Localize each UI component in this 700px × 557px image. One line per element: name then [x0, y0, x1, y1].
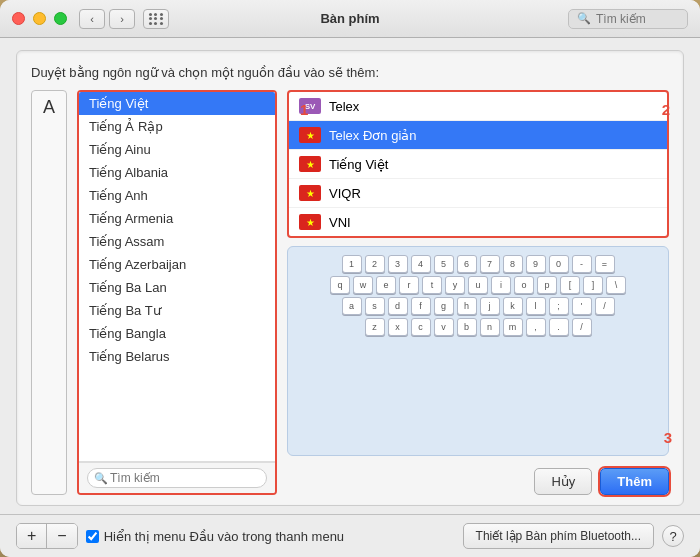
help-button[interactable]: ?	[662, 525, 684, 547]
kb-key-q[interactable]: q	[330, 276, 350, 294]
add-remove-btns: + −	[16, 523, 78, 549]
language-list-scroll[interactable]: Tiếng Việt Tiếng Ả Rập Tiếng Ainu Tiếng …	[79, 92, 275, 462]
kb-key-b[interactable]: b	[457, 318, 477, 336]
language-list-panel: Tiếng Việt Tiếng Ả Rập Tiếng Ainu Tiếng …	[77, 90, 277, 495]
add-button[interactable]: Thêm	[600, 468, 669, 495]
kb-key-l[interactable]: l	[526, 297, 546, 315]
instruction-text: Duyệt bằng ngôn ngữ và chọn một nguồn đầ…	[31, 65, 669, 80]
lang-search-wrapper: 🔍	[87, 468, 267, 488]
kb-key-slash[interactable]: /	[572, 318, 592, 336]
show-menu-checkbox[interactable]	[86, 530, 99, 543]
kb-key-s[interactable]: s	[365, 297, 385, 315]
kb-key-g[interactable]: g	[434, 297, 454, 315]
remove-source-button[interactable]: −	[47, 524, 76, 548]
main-window: ‹ › Bàn phím 🔍 1 2 3 Duyệt bằng ngôn ngữ…	[0, 0, 700, 557]
kb-key-x[interactable]: x	[388, 318, 408, 336]
annotation-3: 3	[664, 429, 672, 446]
tieng-viet-label: Tiếng Việt	[329, 157, 388, 172]
kb-key-j[interactable]: j	[480, 297, 500, 315]
kb-key-8[interactable]: 8	[503, 255, 523, 273]
kb-key-w[interactable]: w	[353, 276, 373, 294]
kb-key-minus[interactable]: -	[572, 255, 592, 273]
kb-key-f[interactable]: f	[411, 297, 431, 315]
kb-key-v[interactable]: v	[434, 318, 454, 336]
kb-key-9[interactable]: 9	[526, 255, 546, 273]
kb-key-comma[interactable]: ,	[526, 318, 546, 336]
kb-key-3[interactable]: 3	[388, 255, 408, 273]
maximize-button[interactable]	[54, 12, 67, 25]
kb-key-e[interactable]: e	[376, 276, 396, 294]
kb-key-5[interactable]: 5	[434, 255, 454, 273]
kb-key-6[interactable]: 6	[457, 255, 477, 273]
language-item-bengali[interactable]: Tiếng Bangla	[79, 322, 275, 345]
kb-key-r[interactable]: r	[399, 276, 419, 294]
kb-key-7[interactable]: 7	[480, 255, 500, 273]
input-item-telex[interactable]: SV Telex	[289, 92, 667, 121]
language-item-armenian[interactable]: Tiếng Armenia	[79, 207, 275, 230]
close-button[interactable]	[12, 12, 25, 25]
search-input[interactable]	[596, 12, 686, 26]
kb-key-c[interactable]: c	[411, 318, 431, 336]
kb-key-backslash[interactable]: \	[606, 276, 626, 294]
show-menu-label: Hiển thị menu Đầu vào trong thanh menu	[104, 529, 344, 544]
kb-key-lbracket[interactable]: [	[560, 276, 580, 294]
back-button[interactable]: ‹	[79, 9, 105, 29]
input-item-tieng-viet[interactable]: ★ Tiếng Việt	[289, 150, 667, 179]
kb-key-t[interactable]: t	[422, 276, 442, 294]
kb-key-a[interactable]: a	[342, 297, 362, 315]
add-source-button[interactable]: +	[17, 524, 47, 548]
kb-key-d[interactable]: d	[388, 297, 408, 315]
kb-key-u[interactable]: u	[468, 276, 488, 294]
language-item-arabic[interactable]: Tiếng Ả Rập	[79, 115, 275, 138]
annotation-2: 2	[662, 101, 670, 118]
input-item-telex-don-gian[interactable]: ★ Telex Đơn giản	[289, 121, 667, 150]
kb-key-period[interactable]: .	[549, 318, 569, 336]
lang-search-icon: 🔍	[94, 472, 108, 485]
bottom-buttons: Hủy Thêm	[287, 468, 669, 495]
show-menu-checkbox-label[interactable]: Hiển thị menu Đầu vào trong thanh menu	[86, 529, 344, 544]
input-item-vni[interactable]: ★ VNI	[289, 208, 667, 236]
kb-key-rbracket[interactable]: ]	[583, 276, 603, 294]
kb-key-o[interactable]: o	[514, 276, 534, 294]
input-sources-panel: SV Telex ★ Telex Đơn giản ★ Tiếng Việt	[287, 90, 669, 495]
kb-key-n[interactable]: n	[480, 318, 500, 336]
minimize-button[interactable]	[33, 12, 46, 25]
kb-key-4[interactable]: 4	[411, 255, 431, 273]
language-item-viet[interactable]: Tiếng Việt	[79, 92, 275, 115]
bluetooth-button[interactable]: Thiết lập Bàn phím Bluetooth...	[463, 523, 654, 549]
input-list: SV Telex ★ Telex Đơn giản ★ Tiếng Việt	[287, 90, 669, 238]
kb-key-slash2[interactable]: /	[595, 297, 615, 315]
language-item-assam[interactable]: Tiếng Assam	[79, 230, 275, 253]
grid-button[interactable]	[143, 9, 169, 29]
kb-key-k[interactable]: k	[503, 297, 523, 315]
input-item-viqr[interactable]: ★ VIQR	[289, 179, 667, 208]
vni-flag: ★	[299, 214, 321, 230]
kb-key-semicolon[interactable]: ;	[549, 297, 569, 315]
kb-row-numbers: 1 2 3 4 5 6 7 8 9 0 - =	[296, 255, 660, 273]
tieng-viet-flag: ★	[299, 156, 321, 172]
language-item-azerbaijani[interactable]: Tiếng Azerbaijan	[79, 253, 275, 276]
kb-key-y[interactable]: y	[445, 276, 465, 294]
kb-key-z[interactable]: z	[365, 318, 385, 336]
language-item-albanian[interactable]: Tiếng Albania	[79, 161, 275, 184]
language-item-persian[interactable]: Tiếng Ba Tư	[79, 299, 275, 322]
kb-key-p[interactable]: p	[537, 276, 557, 294]
cancel-button[interactable]: Hủy	[534, 468, 592, 495]
forward-button[interactable]: ›	[109, 9, 135, 29]
footer-right: Thiết lập Bàn phím Bluetooth... ?	[463, 523, 684, 549]
kb-key-m[interactable]: m	[503, 318, 523, 336]
language-item-english[interactable]: Tiếng Anh	[79, 184, 275, 207]
language-item-ainu[interactable]: Tiếng Ainu	[79, 138, 275, 161]
nav-buttons: ‹ ›	[79, 9, 135, 29]
kb-key-i[interactable]: i	[491, 276, 511, 294]
kb-key-h[interactable]: h	[457, 297, 477, 315]
language-item-belarusian[interactable]: Tiếng Belarus	[79, 345, 275, 368]
language-item-polish[interactable]: Tiếng Ba Lan	[79, 276, 275, 299]
search-box[interactable]: 🔍	[568, 9, 688, 29]
kb-key-quote[interactable]: '	[572, 297, 592, 315]
kb-key-0[interactable]: 0	[549, 255, 569, 273]
kb-key-2[interactable]: 2	[365, 255, 385, 273]
lang-search-input[interactable]	[87, 468, 267, 488]
kb-key-1[interactable]: 1	[342, 255, 362, 273]
kb-key-equal[interactable]: =	[595, 255, 615, 273]
